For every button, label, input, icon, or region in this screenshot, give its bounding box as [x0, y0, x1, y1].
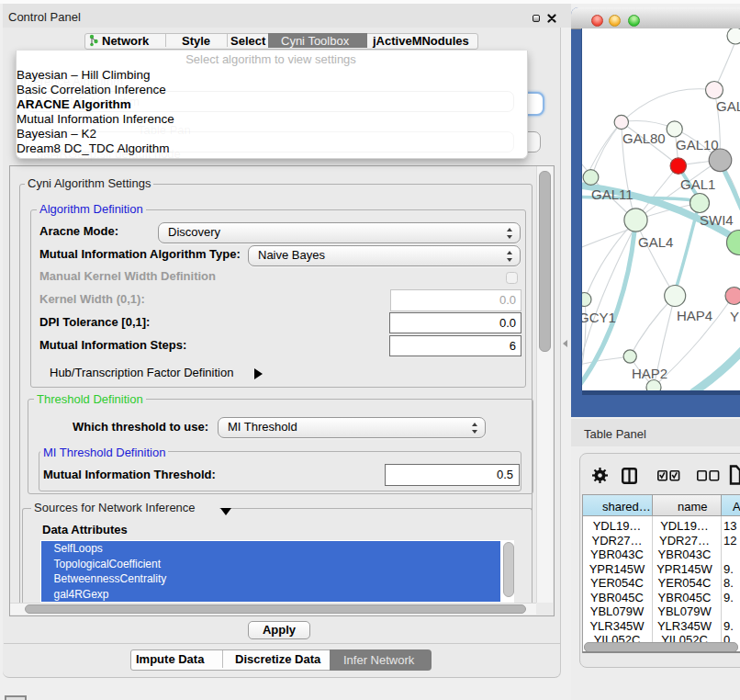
svg-text:GAL1: GAL1 [680, 176, 715, 192]
svg-text:GAL11: GAL11 [591, 186, 633, 202]
svg-text:HAP4: HAP4 [677, 308, 712, 323]
svg-text:GAL4: GAL4 [638, 234, 673, 250]
svg-text:GAL8: GAL8 [716, 98, 740, 114]
svg-text:GCY1: GCY1 [582, 310, 616, 325]
svg-text:GAL80: GAL80 [622, 130, 666, 146]
svg-text:Y: Y [730, 309, 739, 324]
svg-text:SWI4: SWI4 [700, 212, 734, 228]
svg-text:GAL10: GAL10 [676, 137, 719, 152]
svg-text:HAP2: HAP2 [632, 366, 667, 381]
